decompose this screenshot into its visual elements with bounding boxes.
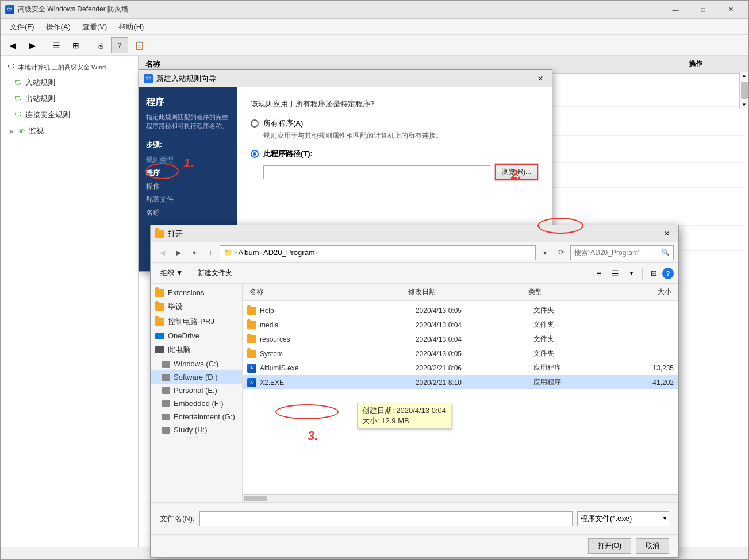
file-row-resources[interactable]: resources 2020/4/13 0:04 文件夹 <box>243 332 678 346</box>
radio-all-programs[interactable] <box>251 119 259 128</box>
open-ok-button[interactable]: 打开(O) <box>588 538 631 554</box>
sidebar-item-monitor[interactable]: ▶ 👁 监视 <box>1 123 138 139</box>
file-row-media[interactable]: media 2020/4/13 0:04 文件夹 <box>243 318 678 332</box>
dialog-body: Extensions 毕设 控制电路-PRJ OneDrive 此电脑 <box>151 284 678 502</box>
toolbar-grid[interactable]: ⊞ <box>67 37 84 53</box>
nav-back-button[interactable]: ◀ <box>155 246 169 260</box>
onedrive-icon <box>155 333 164 339</box>
nav-item-windows[interactable]: Windows (C:) <box>151 357 242 370</box>
wizard-step-profile[interactable]: 配置文件 <box>146 193 230 206</box>
file-row-altiumis[interactable]: A AltiumIS.exe 2020/2/21 8:06 应用程序 13,23… <box>243 361 678 375</box>
nav-item-software[interactable]: Software (D:) <box>151 370 242 384</box>
wizard-option-all: 所有程序(A) 规则应用于与其他规则属性相匹配的计算机上的所有连接。 <box>251 118 538 141</box>
refresh-button[interactable]: ⟳ <box>554 246 568 260</box>
sidebar-item-inbound[interactable]: 🛡 入站规则 <box>1 75 138 91</box>
dialog-buttons: 打开(O) 取消 <box>151 534 678 557</box>
filename-input[interactable] <box>199 511 573 526</box>
sidebar-item-connection[interactable]: 🛡 连接安全规则 <box>1 107 138 123</box>
nav-forward-button[interactable]: ▶ <box>171 246 185 260</box>
file-row-help[interactable]: Help 2020/4/13 0:05 文件夹 <box>243 303 678 318</box>
radio-all-label: 所有程序(A) <box>263 118 303 129</box>
folder-icon <box>247 335 256 343</box>
view-dropdown-btn[interactable]: ▾ <box>624 266 639 281</box>
organize-button[interactable]: 组织 ▼ <box>155 265 188 281</box>
file-row-x2exe[interactable]: X X2.EXE 2020/2/21 8:10 应用程序 41,202 <box>243 375 678 389</box>
wizard-step-rule-type[interactable]: 规则类型 <box>146 153 230 167</box>
scroll-down-btn[interactable]: ▼ <box>741 101 748 109</box>
open-file-dialog: 打开 ✕ ◀ ▶ ▾ ↑ 📁 » Altium › AD20_Program ›… <box>150 225 679 558</box>
nav-item-extensions[interactable]: Extensions <box>151 286 242 299</box>
tooltip-line1: 创建日期: 2020/4/13 0:04 <box>362 405 446 416</box>
view-list-btn[interactable]: ≡ <box>591 266 606 281</box>
horizontal-scrollbar[interactable] <box>243 494 678 502</box>
browse-button[interactable]: 浏览(R)... <box>495 164 538 180</box>
wizard-option-path: 此程序路径(T): 浏览(R)... <box>251 149 538 180</box>
maximize-button[interactable]: □ <box>690 1 716 19</box>
file-pane: 名称 修改日期 类型 大小 Help 2020/4/13 0:05 文件夹 <box>243 284 678 502</box>
exe-icon: X <box>247 378 256 387</box>
toolbar-paste[interactable]: 📋 <box>130 37 148 53</box>
scrollbar-thumb[interactable] <box>244 496 267 501</box>
nav-item-bishi[interactable]: 毕设 <box>151 299 242 314</box>
search-input[interactable] <box>574 249 662 257</box>
breadcrumb[interactable]: 📁 » Altium › AD20_Program › <box>220 245 536 260</box>
file-tooltip: 创建日期: 2020/4/13 0:04 大小: 12.9 MB <box>357 403 451 429</box>
toolbar-question[interactable]: ? <box>111 37 128 53</box>
toolbar-copy[interactable]: ⎘ <box>91 37 109 53</box>
wizard-header-subtitle: 指定此规则匹配的程序的完整程序路径和可执行程序名称。 <box>146 113 230 131</box>
sidebar-item-outbound[interactable]: 🛡 出站规则 <box>1 91 138 107</box>
header-date[interactable]: 修改日期 <box>406 286 526 298</box>
folder-icon <box>247 350 256 358</box>
nav-dropdown-button[interactable]: ▾ <box>187 246 201 260</box>
view-separator <box>642 268 643 279</box>
new-folder-button[interactable]: 新建文件夹 <box>193 265 237 281</box>
header-type[interactable]: 类型 <box>526 286 608 298</box>
sidebar-connection-label: 连接安全规则 <box>25 110 70 120</box>
nav-item-onedrive[interactable]: OneDrive <box>151 329 242 342</box>
wizard-close-button[interactable]: ✕ <box>533 72 547 86</box>
toolbar-forward[interactable]: ▶ <box>24 37 41 53</box>
breadcrumb-ad20: AD20_Program <box>263 248 315 257</box>
nav-item-personal[interactable]: Personal (E:) <box>151 384 242 397</box>
wizard-step-program[interactable]: 程序 <box>146 167 230 180</box>
browse-area: 浏览(R)... <box>263 164 538 180</box>
filetype-select[interactable]: 程序文件(*.exe) ▾ <box>577 511 669 526</box>
close-button[interactable]: ✕ <box>717 1 744 19</box>
menu-help[interactable]: 帮助(H) <box>114 20 148 34</box>
view-detail-btn[interactable]: ☰ <box>608 266 623 281</box>
radio-this-program[interactable] <box>251 150 259 158</box>
toolbar-list[interactable]: ☰ <box>48 37 65 53</box>
open-dialog-close-button[interactable]: ✕ <box>660 227 674 241</box>
nav-item-embedded[interactable]: Embedded (F:) <box>151 397 242 410</box>
nav-item-this-pc[interactable]: 此电脑 <box>151 342 242 357</box>
all-programs-desc: 规则应用于与其他规则属性相匹配的计算机上的所有连接。 <box>263 131 538 141</box>
header-size[interactable]: 大小 <box>608 286 674 298</box>
menu-file[interactable]: 文件(F) <box>5 20 39 34</box>
scroll-up-btn[interactable]: ▲ <box>741 72 748 79</box>
address-bar: ◀ ▶ ▾ ↑ 📁 » Altium › AD20_Program › ▾ ⟳ … <box>151 242 678 263</box>
menu-bar: 文件(F) 操作(A) 查看(V) 帮助(H) <box>1 19 748 35</box>
nav-item-circuit[interactable]: 控制电路-PRJ <box>151 314 242 329</box>
tooltip-line2: 大小: 12.9 MB <box>362 416 446 426</box>
drive-icon <box>162 387 170 394</box>
wizard-main-title: 程序 <box>146 96 230 109</box>
wizard-step-action[interactable]: 操作 <box>146 180 230 193</box>
sidebar-root[interactable]: 🛡 本地计算机 上的高级安全 Wind... <box>1 60 138 75</box>
right-scroll: ▲ ▼ <box>739 72 748 109</box>
addr-dropdown-btn[interactable]: ▾ <box>538 246 552 260</box>
minimize-button[interactable]: — <box>662 1 689 19</box>
nav-up-button[interactable]: ↑ <box>203 246 217 260</box>
wizard-step-name[interactable]: 名称 <box>146 206 230 219</box>
menu-action[interactable]: 操作(A) <box>41 20 75 34</box>
menu-view[interactable]: 查看(V) <box>78 20 112 34</box>
program-path-input[interactable] <box>263 165 490 179</box>
nav-item-entertainment[interactable]: Entertainment (G:) <box>151 410 242 423</box>
nav-item-study[interactable]: Study (H:) <box>151 423 242 437</box>
toolbar-back[interactable]: ◀ <box>4 37 21 53</box>
help-button[interactable]: ? <box>662 268 674 279</box>
header-name[interactable]: 名称 <box>247 286 406 298</box>
open-cancel-button[interactable]: 取消 <box>636 538 669 554</box>
view-expand-btn[interactable]: ⊞ <box>646 268 661 279</box>
nav-pane: Extensions 毕设 控制电路-PRJ OneDrive 此电脑 <box>151 284 243 502</box>
file-row-system[interactable]: System 2020/4/13 0:05 文件夹 <box>243 346 678 361</box>
